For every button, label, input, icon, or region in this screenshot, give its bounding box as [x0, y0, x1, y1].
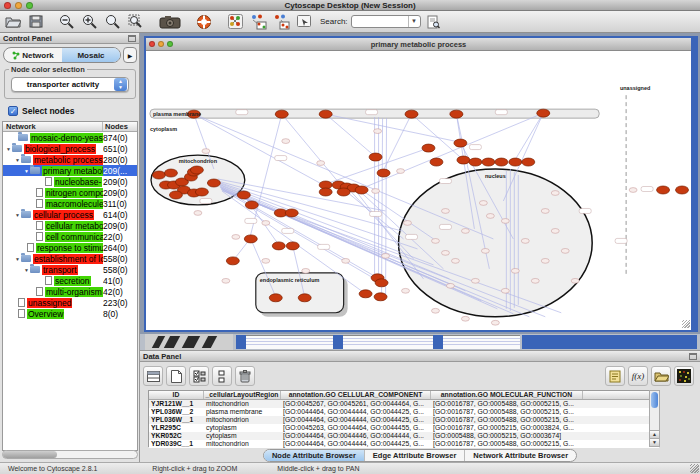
tree-row[interactable]: multi-organism pro42(0) — [3, 286, 137, 297]
select-attributes-icon[interactable] — [143, 366, 163, 386]
node-color-dropdown[interactable]: transporter activity ▲▼ — [11, 77, 129, 92]
gene-node[interactable] — [377, 169, 390, 177]
gene-node-small[interactable] — [461, 229, 469, 234]
gene-node-small[interactable] — [571, 278, 579, 283]
gene-node[interactable] — [405, 110, 418, 118]
gene-node-small[interactable] — [342, 258, 350, 263]
gene-node[interactable] — [457, 156, 470, 164]
tree-row[interactable]: nitrogen compou209(0) — [3, 187, 137, 198]
search-field[interactable] — [352, 17, 408, 26]
gene-node-small[interactable] — [461, 316, 469, 321]
gene-node[interactable] — [337, 188, 350, 196]
gene-node[interactable] — [275, 110, 288, 118]
gene-node[interactable] — [522, 158, 535, 166]
gene-node-small[interactable] — [302, 268, 310, 273]
gene-node[interactable] — [226, 257, 239, 265]
gene-node-small[interactable] — [441, 209, 449, 214]
gene-node-small[interactable] — [402, 288, 410, 293]
tab-node-attribute-browser[interactable]: Node Attribute Browser — [264, 450, 365, 461]
gene-node[interactable] — [422, 144, 435, 152]
gene-node-small[interactable] — [479, 201, 487, 206]
gene-node[interactable] — [374, 293, 387, 301]
notes-icon[interactable] — [605, 366, 625, 386]
help-icon[interactable] — [194, 13, 214, 31]
gene-node[interactable] — [164, 169, 177, 177]
gene-node[interactable] — [269, 294, 282, 302]
float-panel-icon[interactable] — [128, 35, 136, 42]
table-vertical-scrollbar[interactable]: ▲ ▼ — [649, 390, 660, 447]
gene-node-small[interactable] — [541, 258, 549, 263]
gene-node[interactable] — [657, 186, 670, 194]
gene-node[interactable] — [369, 153, 382, 161]
gene-node[interactable] — [272, 242, 285, 250]
gene-node-small[interactable] — [431, 239, 439, 244]
float-panel-icon[interactable] — [689, 353, 697, 360]
gene-node-small[interactable] — [471, 278, 479, 283]
advanced-search-icon[interactable] — [424, 13, 444, 31]
tree-row[interactable]: ▼cellular process614(0) — [3, 209, 137, 220]
table-row[interactable]: YLR295Ccytoplasm[GO:0045263, GO:0044464,… — [149, 424, 659, 432]
col-cellular-component[interactable]: annotation.GO CELLULAR_COMPONENT — [281, 391, 431, 399]
tree-row[interactable]: ▼biological_process651(0) — [3, 143, 137, 154]
tree-row[interactable]: cellular metabol209(0) — [3, 220, 137, 231]
gene-node-small[interactable] — [531, 278, 539, 283]
gene-node-small[interactable] — [446, 283, 454, 288]
resize-grip[interactable] — [682, 320, 690, 328]
gene-node-small[interactable] — [551, 191, 559, 196]
search-input[interactable]: ▼ — [351, 15, 421, 28]
tree-row[interactable]: ▼primary metabolic process209(... — [3, 165, 137, 176]
gene-node-small[interactable] — [441, 250, 449, 255]
gene-node-small[interactable] — [541, 209, 549, 214]
tree-row[interactable]: mosaic-demo-yeast874(0) — [3, 132, 137, 143]
gene-node-small[interactable] — [481, 248, 489, 253]
gene-node[interactable] — [285, 209, 298, 217]
gene-node-small[interactable] — [511, 268, 519, 273]
tab-network-attribute-browser[interactable]: Network Attribute Browser — [465, 450, 576, 461]
gene-node[interactable] — [430, 158, 443, 166]
gene-node[interactable] — [509, 158, 522, 166]
gene-node[interactable] — [375, 279, 388, 287]
gene-node[interactable] — [298, 294, 311, 302]
gene-node[interactable] — [537, 109, 550, 117]
gene-node-small[interactable] — [491, 320, 499, 325]
gene-node-small[interactable] — [374, 129, 382, 134]
zoom-fit-icon[interactable] — [103, 13, 123, 31]
gene-node-small[interactable] — [561, 248, 569, 253]
table-row[interactable]: YPL036W__1mitochondrion[GO:0044464, GO:0… — [149, 416, 659, 424]
zoom-in-icon[interactable] — [80, 13, 100, 31]
zoom-out-icon[interactable] — [57, 13, 77, 31]
create-attribute-icon[interactable] — [166, 366, 186, 386]
tree-row[interactable]: response to stimulu264(0) — [3, 242, 137, 253]
tree-col-network[interactable]: Network — [3, 122, 103, 131]
gene-node-small[interactable] — [501, 288, 509, 293]
col-molecular-function[interactable]: annotation.GO MOLECULAR_FUNCTION — [431, 391, 583, 399]
gene-node[interactable] — [355, 186, 368, 194]
gene-node[interactable] — [245, 201, 258, 209]
open-session-icon[interactable] — [3, 13, 23, 31]
gene-node-small[interactable] — [262, 258, 270, 263]
snapshot-icon[interactable] — [157, 13, 183, 31]
gene-node[interactable] — [286, 242, 299, 250]
tree-row[interactable]: Overview8(0) — [3, 308, 137, 319]
col-region[interactable]: _cellularLayoutRegion — [204, 391, 281, 399]
table-row[interactable]: YDR039C__1mitochondrion[GO:0044464, GO:0… — [149, 440, 659, 448]
gene-node[interactable] — [450, 110, 463, 118]
tree-row[interactable]: cell communicat22(0) — [3, 231, 137, 242]
gene-node[interactable] — [169, 191, 182, 199]
delete-attribute-icon[interactable] — [235, 366, 255, 386]
table-row[interactable]: YKR052Ccytoplasm[GO:0044464, GO:0044446,… — [149, 432, 659, 440]
network-canvas[interactable]: plasma membranecytoplasmmitochondrionnuc… — [146, 51, 691, 329]
gene-node[interactable] — [237, 191, 250, 199]
select-all-attributes-icon[interactable] — [189, 366, 209, 386]
gene-node[interactable] — [482, 158, 495, 166]
gene-node[interactable] — [469, 158, 482, 166]
more-tabs-icon[interactable]: ▶ — [123, 47, 137, 63]
zoom-selected-icon[interactable] — [126, 13, 146, 31]
gene-node-small[interactable] — [222, 278, 230, 283]
gene-node[interactable] — [244, 235, 257, 243]
matrix-icon[interactable] — [674, 366, 694, 386]
save-session-icon[interactable] — [26, 13, 46, 31]
gene-node-small[interactable] — [451, 258, 459, 263]
search-dropdown-icon[interactable]: ▼ — [408, 16, 420, 27]
table-row[interactable]: YPL036W__2plasma membrane[GO:0044464, GO… — [149, 408, 659, 416]
